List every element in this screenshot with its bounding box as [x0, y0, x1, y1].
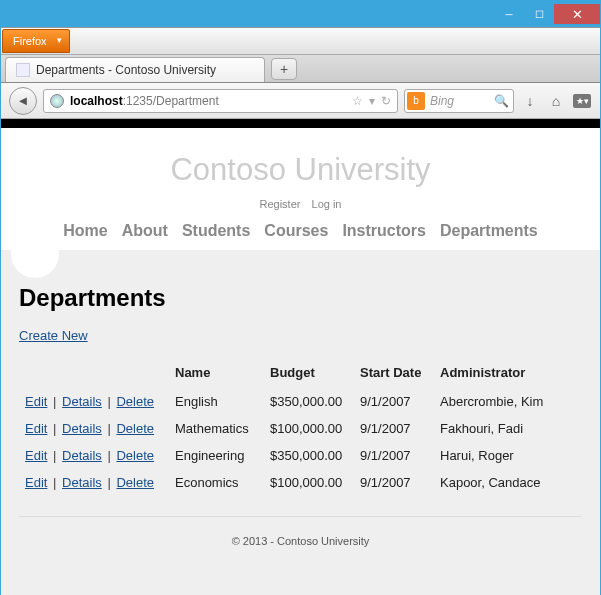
table-row: Edit | Details | DeleteEconomics$100,000… — [19, 469, 582, 496]
edit-link[interactable]: Edit — [25, 475, 47, 490]
cell-admin: Kapoor, Candace — [434, 469, 582, 496]
edit-link[interactable]: Edit — [25, 448, 47, 463]
back-button[interactable]: ◄ — [9, 87, 37, 115]
departments-table: Name Budget Start Date Administrator Edi… — [19, 361, 582, 496]
cell-admin: Harui, Roger — [434, 442, 582, 469]
table-row: Edit | Details | DeleteEnglish$350,000.0… — [19, 388, 582, 415]
tab-title: Departments - Contoso University — [36, 63, 216, 77]
cell-admin: Fakhouri, Fadi — [434, 415, 582, 442]
globe-icon — [50, 94, 64, 108]
hero-bump — [1, 250, 600, 272]
window-close-button[interactable]: ✕ — [554, 4, 600, 24]
main-nav: Home About Students Courses Instructors … — [1, 222, 600, 240]
cell-name: Engineering — [169, 442, 264, 469]
cell-name: Economics — [169, 469, 264, 496]
cell-start: 9/1/2007 — [354, 415, 434, 442]
address-bar[interactable]: localhost:1235/Department ☆ ▾ ↻ — [43, 89, 398, 113]
nav-departments[interactable]: Departments — [440, 222, 538, 240]
cell-budget: $350,000.00 — [264, 442, 354, 469]
cell-budget: $350,000.00 — [264, 388, 354, 415]
cell-name: Mathematics — [169, 415, 264, 442]
edit-link[interactable]: Edit — [25, 394, 47, 409]
new-tab-button[interactable]: + — [271, 58, 297, 80]
url-text: localhost:1235/Department — [70, 94, 219, 108]
delete-link[interactable]: Delete — [116, 394, 154, 409]
search-box[interactable]: b Bing 🔍 — [404, 89, 514, 113]
details-link[interactable]: Details — [62, 421, 102, 436]
register-link[interactable]: Register — [259, 198, 300, 210]
window-maximize-button[interactable]: ☐ — [524, 4, 554, 24]
login-link[interactable]: Log in — [312, 198, 342, 210]
page-footer: © 2013 - Contoso University — [19, 516, 582, 565]
nav-students[interactable]: Students — [182, 222, 250, 240]
top-bar — [1, 119, 600, 128]
browser-tab[interactable]: Departments - Contoso University — [5, 57, 265, 82]
page-icon — [16, 63, 30, 77]
nav-courses[interactable]: Courses — [264, 222, 328, 240]
search-placeholder: Bing — [430, 94, 454, 108]
create-new-link[interactable]: Create New — [19, 328, 88, 343]
dropdown-icon[interactable]: ▾ — [369, 94, 375, 108]
reload-icon[interactable]: ↻ — [381, 94, 391, 108]
firefox-menu-button[interactable]: Firefox — [2, 29, 70, 53]
search-provider-icon[interactable]: b — [407, 92, 425, 110]
search-icon[interactable]: 🔍 — [494, 94, 509, 108]
cell-budget: $100,000.00 — [264, 469, 354, 496]
nav-about[interactable]: About — [122, 222, 168, 240]
cell-budget: $100,000.00 — [264, 415, 354, 442]
details-link[interactable]: Details — [62, 448, 102, 463]
download-icon[interactable]: ↓ — [520, 91, 540, 111]
window-titlebar: ─ ☐ ✕ — [1, 1, 600, 27]
col-name: Name — [169, 361, 264, 388]
tab-strip: Departments - Contoso University + — [1, 55, 600, 83]
cell-start: 9/1/2007 — [354, 442, 434, 469]
site-title: Contoso University — [1, 152, 600, 188]
delete-link[interactable]: Delete — [116, 475, 154, 490]
col-start: Start Date — [354, 361, 434, 388]
bookmarks-menu-button[interactable]: ★▾ — [572, 91, 592, 111]
nav-home[interactable]: Home — [63, 222, 107, 240]
details-link[interactable]: Details — [62, 475, 102, 490]
table-row: Edit | Details | DeleteMathematics$100,0… — [19, 415, 582, 442]
cell-start: 9/1/2007 — [354, 469, 434, 496]
delete-link[interactable]: Delete — [116, 421, 154, 436]
cell-start: 9/1/2007 — [354, 388, 434, 415]
favorite-icon[interactable]: ☆ — [352, 94, 363, 108]
nav-instructors[interactable]: Instructors — [342, 222, 426, 240]
cell-name: English — [169, 388, 264, 415]
table-row: Edit | Details | DeleteEngineering$350,0… — [19, 442, 582, 469]
edit-link[interactable]: Edit — [25, 421, 47, 436]
page-heading: Departments — [19, 284, 582, 312]
cell-admin: Abercrombie, Kim — [434, 388, 582, 415]
home-icon[interactable]: ⌂ — [546, 91, 566, 111]
col-admin: Administrator — [434, 361, 582, 388]
delete-link[interactable]: Delete — [116, 448, 154, 463]
window-minimize-button[interactable]: ─ — [494, 4, 524, 24]
details-link[interactable]: Details — [62, 394, 102, 409]
col-budget: Budget — [264, 361, 354, 388]
